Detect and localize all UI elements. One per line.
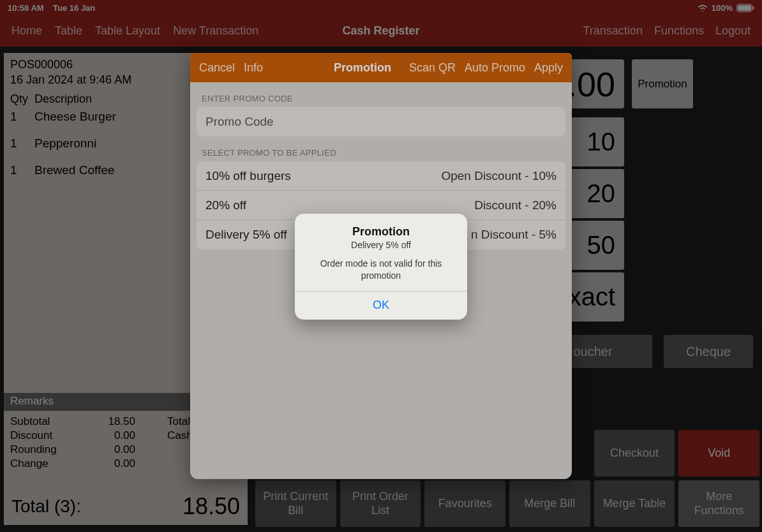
alert-dialog: Promotion Delivery 5% off Order mode is … (295, 214, 467, 320)
alert-subtitle: Delivery 5% off (305, 240, 457, 250)
alert-title: Promotion (305, 225, 457, 239)
alert-ok-button[interactable]: OK (295, 292, 467, 320)
alert-message: Order mode is not valid for this promoti… (305, 258, 457, 282)
